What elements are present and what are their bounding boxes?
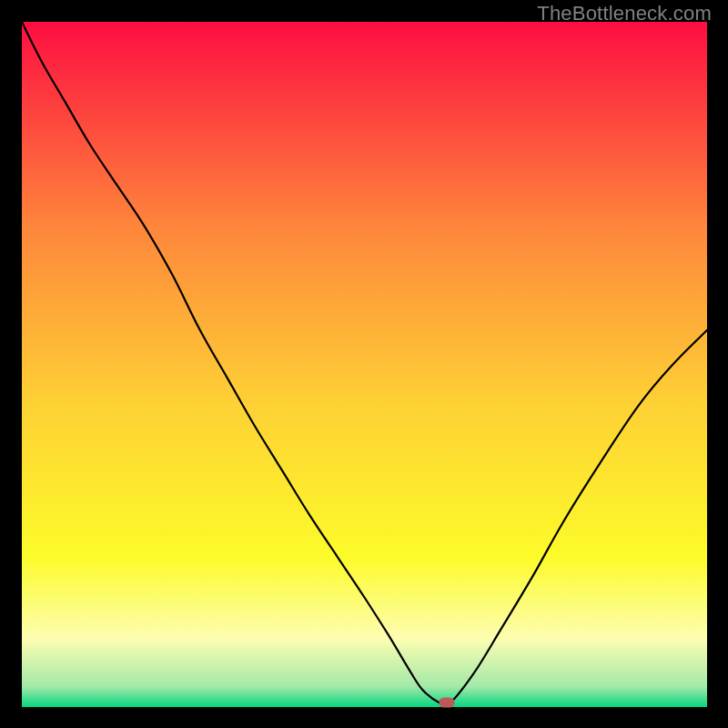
optimal-point-marker	[439, 698, 454, 708]
bottleneck-curve	[22, 22, 707, 707]
chart-frame: TheBottleneck.com	[0, 0, 728, 728]
plot-area	[22, 22, 707, 707]
